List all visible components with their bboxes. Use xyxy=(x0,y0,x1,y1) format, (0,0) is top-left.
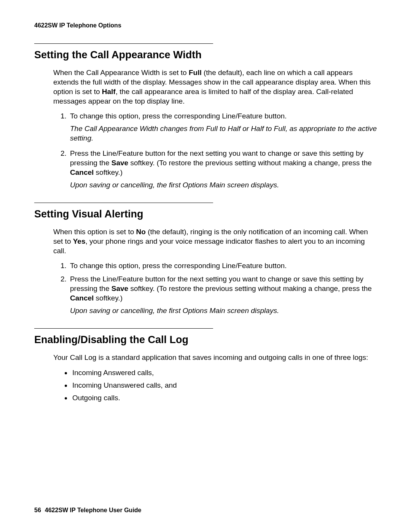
text: , your phone rings and your voice messag… xyxy=(53,237,365,255)
section-heading: Setting the Call Appearance Width xyxy=(34,49,377,61)
step-item: Press the Line/Feature button for the ne… xyxy=(68,149,377,190)
page: 4622SW IP Telephone Options Setting the … xyxy=(0,0,411,532)
bold-save: Save xyxy=(112,159,128,167)
text: softkey.) xyxy=(94,168,123,176)
page-footer: 564622SW IP Telephone User Guide xyxy=(34,507,142,514)
step-text: To change this option, press the corresp… xyxy=(70,262,287,270)
intro-paragraph: When this option is set to No (the defau… xyxy=(53,227,377,256)
bold-half: Half xyxy=(102,88,116,96)
section-rule xyxy=(34,328,213,329)
text: softkey. (To restore the previous settin… xyxy=(128,159,372,167)
section-visual-alerting: Setting Visual Alerting When this option… xyxy=(34,203,377,316)
section-body: Your Call Log is a standard application … xyxy=(53,353,377,402)
text: softkey. (To restore the previous settin… xyxy=(128,284,372,292)
step-text: To change this option, press the corresp… xyxy=(70,112,287,120)
step-result: Upon saving or cancelling, the first Opt… xyxy=(70,180,377,190)
step-result: Upon saving or cancelling, the first Opt… xyxy=(70,306,377,315)
bold-save: Save xyxy=(112,284,128,292)
section-body: When this option is set to No (the defau… xyxy=(53,227,377,316)
step-item: Press the Line/Feature button for the ne… xyxy=(68,274,377,315)
section-heading: Setting Visual Alerting xyxy=(34,208,377,220)
list-item: Outgoing calls. xyxy=(72,393,377,403)
footer-title: 4622SW IP Telephone User Guide xyxy=(45,507,142,513)
bold-cancel: Cancel xyxy=(70,168,94,176)
bullet-list: Incoming Answered calls, Incoming Unansw… xyxy=(53,368,377,403)
text: When the Call Appearance Width is set to xyxy=(53,69,189,77)
section-rule xyxy=(34,43,213,44)
page-number: 56 xyxy=(34,507,41,513)
list-item: Incoming Answered calls, xyxy=(72,368,377,377)
intro-paragraph: Your Call Log is a standard application … xyxy=(53,353,377,362)
section-heading: Enabling/Disabling the Call Log xyxy=(34,334,377,346)
section-call-appearance-width: Setting the Call Appearance Width When t… xyxy=(34,43,377,190)
running-header: 4622SW IP Telephone Options xyxy=(34,22,377,29)
steps-list: To change this option, press the corresp… xyxy=(53,261,377,315)
step-item: To change this option, press the corresp… xyxy=(68,111,377,143)
text: softkey.) xyxy=(94,294,123,302)
section-rule xyxy=(34,203,213,203)
step-result: The Call Appearance Width changes from F… xyxy=(70,124,377,143)
text: When this option is set to xyxy=(53,228,136,236)
bold-cancel: Cancel xyxy=(70,294,94,302)
bold-no: No xyxy=(136,228,146,236)
section-body: When the Call Appearance Width is set to… xyxy=(53,68,377,190)
bold-yes: Yes xyxy=(73,237,86,245)
step-item: To change this option, press the corresp… xyxy=(68,261,377,270)
steps-list: To change this option, press the corresp… xyxy=(53,111,377,190)
bold-full: Full xyxy=(189,69,202,77)
list-item: Incoming Unanswered calls, and xyxy=(72,380,377,390)
section-call-log: Enabling/Disabling the Call Log Your Cal… xyxy=(34,328,377,402)
intro-paragraph: When the Call Appearance Width is set to… xyxy=(53,68,377,106)
